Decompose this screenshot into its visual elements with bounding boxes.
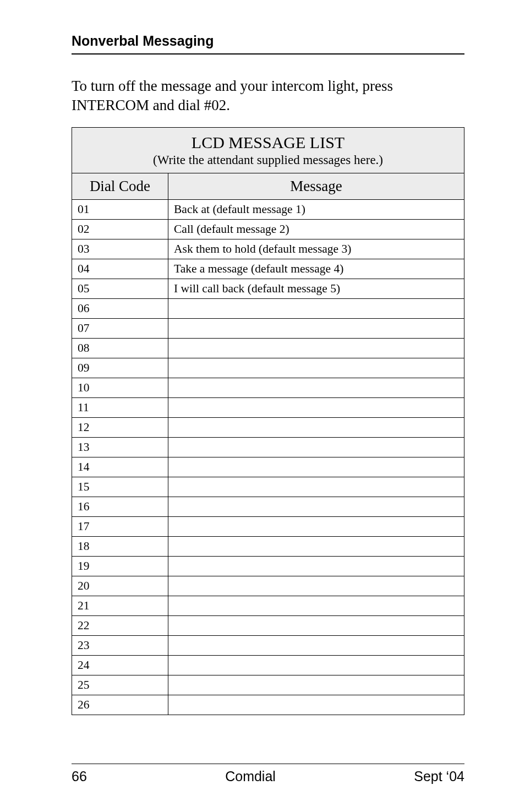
dial-code-cell: 25 <box>72 675 168 695</box>
message-cell: Back at (default message 1) <box>168 200 464 220</box>
message-cell: Ask them to hold (default message 3) <box>168 239 464 259</box>
message-cell <box>168 299 464 319</box>
dial-code-cell: 21 <box>72 596 168 616</box>
dial-code-cell: 23 <box>72 636 168 656</box>
intro-paragraph: To turn off the message and your interco… <box>72 77 464 115</box>
dial-code-cell: 05 <box>72 279 168 299</box>
table-row: 15 <box>72 477 464 497</box>
table-title: LCD MESSAGE LIST <box>76 133 460 152</box>
section-heading: Nonverbal Messaging <box>72 33 464 49</box>
message-cell: Call (default message 2) <box>168 220 464 239</box>
dial-code-cell: 07 <box>72 319 168 339</box>
dial-code-cell: 24 <box>72 656 168 675</box>
dial-code-cell: 08 <box>72 339 168 358</box>
table-row: 18 <box>72 537 464 557</box>
message-cell <box>168 438 464 457</box>
dial-code-cell: 20 <box>72 576 168 596</box>
dial-code-cell: 06 <box>72 299 168 319</box>
dial-code-cell: 26 <box>72 695 168 715</box>
col-header-dial: Dial Code <box>72 173 168 200</box>
dial-code-cell: 17 <box>72 517 168 537</box>
table-row: 13 <box>72 438 464 457</box>
dial-code-cell: 09 <box>72 358 168 378</box>
message-cell <box>168 418 464 438</box>
table-row: 24 <box>72 656 464 675</box>
message-cell <box>168 537 464 557</box>
message-cell <box>168 358 464 378</box>
message-cell <box>168 398 464 418</box>
table-row: 14 <box>72 457 464 477</box>
dial-code-cell: 01 <box>72 200 168 220</box>
table-row: 02Call (default message 2) <box>72 220 464 239</box>
message-cell <box>168 616 464 636</box>
message-cell <box>168 457 464 477</box>
dial-code-cell: 03 <box>72 239 168 259</box>
table-row: 03Ask them to hold (default message 3) <box>72 239 464 259</box>
message-cell <box>168 557 464 576</box>
table-subtitle: (Write the attendant supplied messages h… <box>76 153 460 167</box>
table-row: 16 <box>72 497 464 517</box>
message-cell: Take a message (default message 4) <box>168 259 464 279</box>
page-footer: 66 Comdial Sept ‘04 <box>72 764 464 784</box>
table-row: 19 <box>72 557 464 576</box>
dial-code-cell: 15 <box>72 477 168 497</box>
table-row: 10 <box>72 378 464 398</box>
section-divider <box>72 53 464 55</box>
table-row: 20 <box>72 576 464 596</box>
table-row: 07 <box>72 319 464 339</box>
table-row: 04Take a message (default message 4) <box>72 259 464 279</box>
footer-date: Sept ‘04 <box>414 769 464 784</box>
dial-code-cell: 12 <box>72 418 168 438</box>
message-cell <box>168 497 464 517</box>
dial-code-cell: 11 <box>72 398 168 418</box>
dial-code-cell: 18 <box>72 537 168 557</box>
message-cell <box>168 517 464 537</box>
message-cell <box>168 695 464 715</box>
message-cell <box>168 378 464 398</box>
dial-code-cell: 04 <box>72 259 168 279</box>
dial-code-cell: 10 <box>72 378 168 398</box>
footer-page-number: 66 <box>72 769 87 784</box>
table-row: 12 <box>72 418 464 438</box>
table-row: 26 <box>72 695 464 715</box>
footer-divider <box>72 764 464 764</box>
message-cell <box>168 339 464 358</box>
message-cell <box>168 675 464 695</box>
message-cell <box>168 576 464 596</box>
message-cell <box>168 319 464 339</box>
table-row: 11 <box>72 398 464 418</box>
message-cell <box>168 596 464 616</box>
message-cell <box>168 477 464 497</box>
table-row: 23 <box>72 636 464 656</box>
table-row: 21 <box>72 596 464 616</box>
message-cell <box>168 636 464 656</box>
table-row: 05I will call back (default message 5) <box>72 279 464 299</box>
lcd-message-table: LCD MESSAGE LIST (Write the attendant su… <box>72 127 464 715</box>
message-cell <box>168 656 464 675</box>
table-row: 17 <box>72 517 464 537</box>
dial-code-cell: 02 <box>72 220 168 239</box>
dial-code-cell: 14 <box>72 457 168 477</box>
dial-code-cell: 22 <box>72 616 168 636</box>
table-title-cell: LCD MESSAGE LIST (Write the attendant su… <box>72 128 464 173</box>
table-row: 25 <box>72 675 464 695</box>
footer-brand: Comdial <box>225 769 276 784</box>
table-row: 09 <box>72 358 464 378</box>
col-header-message: Message <box>168 173 464 200</box>
dial-code-cell: 13 <box>72 438 168 457</box>
table-row: 06 <box>72 299 464 319</box>
message-cell: I will call back (default message 5) <box>168 279 464 299</box>
dial-code-cell: 16 <box>72 497 168 517</box>
table-row: 08 <box>72 339 464 358</box>
table-row: 22 <box>72 616 464 636</box>
table-row: 01Back at (default message 1) <box>72 200 464 220</box>
dial-code-cell: 19 <box>72 557 168 576</box>
